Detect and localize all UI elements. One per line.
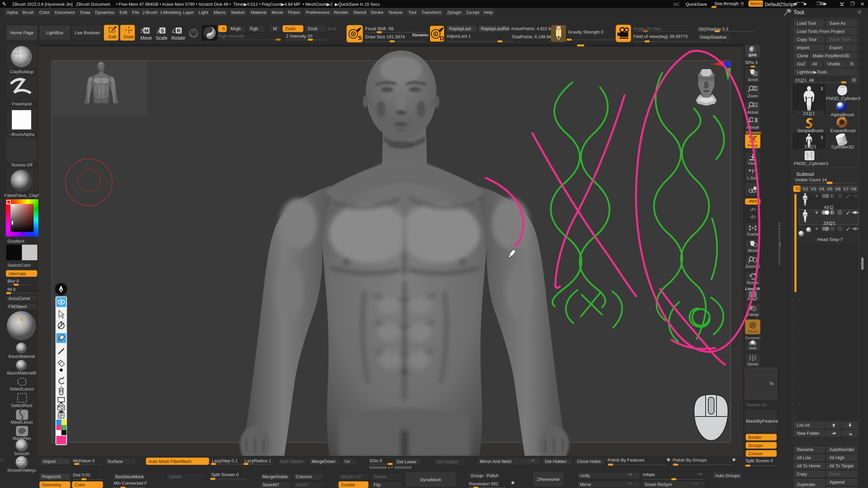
svg-text:S: S bbox=[358, 35, 362, 41]
svg-text:M: M bbox=[144, 28, 149, 34]
svg-text:D: D bbox=[440, 35, 444, 42]
svg-text:S: S bbox=[161, 28, 164, 34]
svg-text:x1: x1 bbox=[754, 104, 757, 107]
svg-text:R: R bbox=[177, 28, 181, 34]
